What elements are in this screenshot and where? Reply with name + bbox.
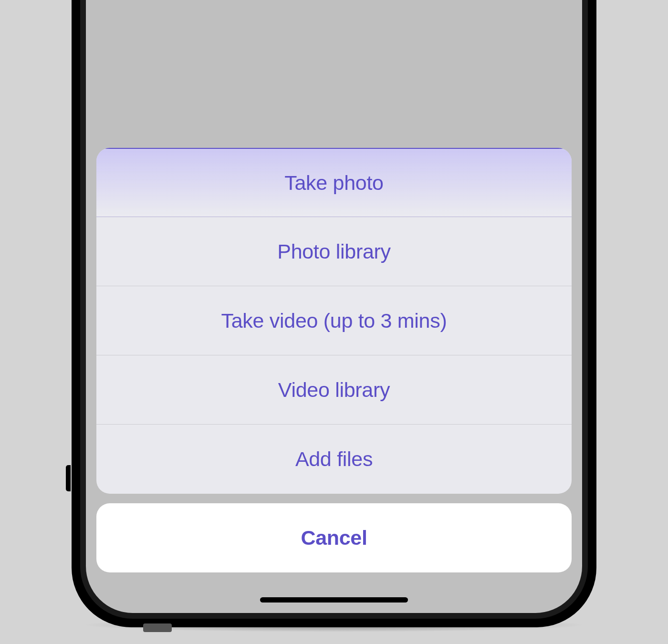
action-sheet-options-group: Take photo Photo library Take video (up …	[96, 148, 572, 494]
action-sheet: Take photo Photo library Take video (up …	[96, 148, 572, 572]
cancel-button-label: Cancel	[301, 526, 367, 550]
take-video-option[interactable]: Take video (up to 3 mins)	[96, 286, 572, 355]
action-option-label: Take video (up to 3 mins)	[221, 309, 447, 332]
phone-bottom-port	[143, 623, 172, 632]
action-option-label: Add files	[295, 447, 373, 471]
home-indicator[interactable]	[260, 597, 408, 602]
photo-library-option[interactable]: Photo library	[96, 217, 572, 286]
add-files-option[interactable]: Add files	[96, 425, 572, 494]
phone-screen: Take photo Photo library Take video (up …	[86, 0, 582, 613]
cancel-button[interactable]: Cancel	[96, 503, 572, 572]
action-option-label: Take photo	[284, 171, 383, 195]
phone-frame: Take photo Photo library Take video (up …	[48, 0, 620, 644]
phone-side-button	[66, 465, 71, 491]
take-photo-option[interactable]: Take photo	[96, 148, 572, 217]
phone-body: Take photo Photo library Take video (up …	[72, 0, 596, 627]
video-library-option[interactable]: Video library	[96, 355, 572, 425]
action-option-label: Video library	[278, 378, 390, 402]
action-option-label: Photo library	[277, 240, 391, 263]
